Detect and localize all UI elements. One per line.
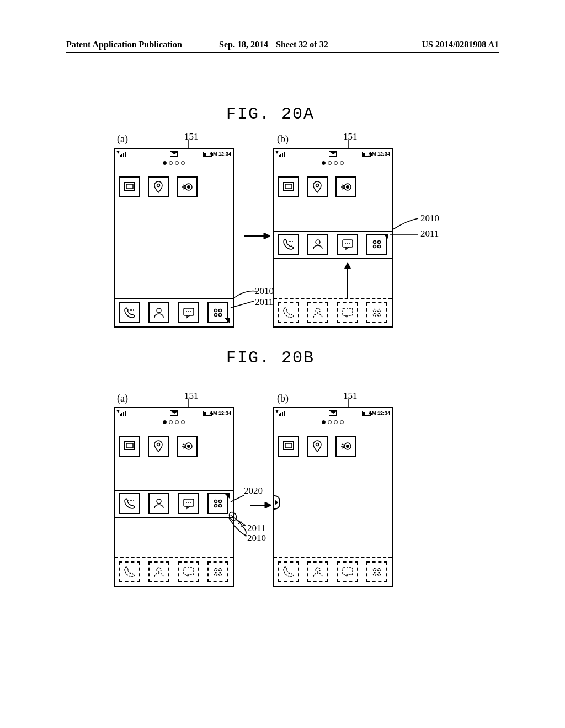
drag-handle-icon[interactable] [383,234,388,239]
gallery-icon[interactable] [278,436,299,457]
publication-label: Patent Application Publication [66,40,182,50]
svg-rect-101 [285,443,292,448]
phone-app-icon[interactable] [278,234,299,255]
svg-point-39 [292,241,293,242]
svg-point-43 [347,243,348,244]
svg-point-102 [316,443,319,446]
ref-151-b: 151 [343,390,358,402]
svg-point-44 [349,243,350,244]
messages-icon[interactable] [178,302,199,323]
svg-point-108 [377,569,380,571]
contacts-icon[interactable] [307,234,328,255]
svg-point-79 [218,500,221,503]
dock-divider-bottom [115,517,233,518]
ref-2020: 2020 [244,485,263,496]
svg-point-76 [188,502,189,503]
app-row [278,436,356,457]
settings-icon[interactable] [335,176,356,197]
drag-handle-icon[interactable] [224,493,230,499]
settings-icon[interactable] [177,176,198,197]
collapsed-dock-tab[interactable] [274,495,280,510]
messages-icon [178,561,199,582]
ref-151-a: 151 [184,390,199,402]
svg-line-91 [231,495,244,502]
svg-point-84 [214,569,217,571]
svg-point-37 [289,241,290,242]
page-indicator [322,161,344,165]
phone-app-icon [119,561,140,582]
mail-icon [329,410,337,416]
status-bar: AM 12:34 [274,149,392,159]
mail-icon [170,410,178,416]
svg-rect-83 [184,568,194,575]
svg-rect-3 [120,155,121,157]
svg-marker-2 [116,151,120,154]
svg-point-109 [373,573,376,576]
svg-point-73 [157,499,161,504]
ref-2011: 2011 [255,297,273,308]
phone-app-icon[interactable] [119,302,140,323]
phone-mockup: AM 12:34 [273,407,393,587]
contacts-icon[interactable] [148,302,169,323]
messages-icon[interactable] [178,493,199,514]
subfig-label-b: (b) [277,133,289,145]
doc-number: US 2014/0281908 A1 [422,40,499,50]
ref-2011: 2011 [247,523,265,534]
subfig-label-a: (a) [117,133,128,145]
svg-rect-61 [120,414,121,416]
messages-icon[interactable] [337,234,358,255]
dock-divider-top [115,490,233,491]
contacts-icon [307,561,328,582]
svg-rect-5 [123,153,124,157]
svg-point-42 [345,243,346,244]
svg-marker-94 [265,502,271,508]
svg-marker-60 [116,410,120,413]
move-up-arrow-icon [343,262,352,299]
svg-point-78 [214,500,217,503]
ghost-dock-bar [278,561,387,582]
page-indicator [163,161,185,165]
ref-2011: 2011 [420,228,439,239]
contacts-icon[interactable] [148,493,169,514]
svg-point-20 [214,309,217,312]
leader-line [227,516,249,538]
gallery-icon[interactable] [119,436,140,457]
svg-point-45 [373,241,376,244]
mail-icon [329,151,337,157]
svg-rect-6 [125,152,126,157]
gallery-icon[interactable] [278,176,299,197]
dock-divider-top [274,231,392,232]
ref-2010: 2010 [247,533,266,544]
location-icon[interactable] [148,176,169,197]
figure-caption-20b: FIG. 20B [226,349,315,367]
svg-point-70 [130,500,131,501]
ghost-dock-bar [119,561,228,582]
sheet-label: Sheet 32 of 32 [276,40,328,50]
settings-icon[interactable] [177,436,198,457]
svg-point-55 [373,314,376,317]
svg-point-12 [130,309,131,311]
svg-point-40 [316,240,320,244]
phone-app-icon[interactable] [119,493,140,514]
ghost-dock-divider [274,557,392,558]
location-icon[interactable] [148,436,169,457]
svg-point-85 [218,569,221,571]
gallery-icon[interactable] [119,176,140,197]
svg-marker-27 [275,151,279,154]
svg-point-75 [186,502,187,503]
location-icon[interactable] [307,436,328,457]
apps-icon [207,561,228,582]
svg-line-24 [231,301,254,308]
svg-point-19 [190,311,191,312]
svg-point-47 [373,245,376,248]
svg-rect-28 [279,155,280,157]
signal-icon [116,410,126,416]
ref-151-b: 151 [343,131,358,142]
settings-icon[interactable] [335,436,356,457]
leader-line [231,494,245,505]
status-time: AM 12:34 [209,151,231,157]
svg-point-81 [218,505,221,507]
location-icon[interactable] [307,176,328,197]
svg-rect-64 [125,411,126,416]
svg-rect-30 [282,153,283,157]
